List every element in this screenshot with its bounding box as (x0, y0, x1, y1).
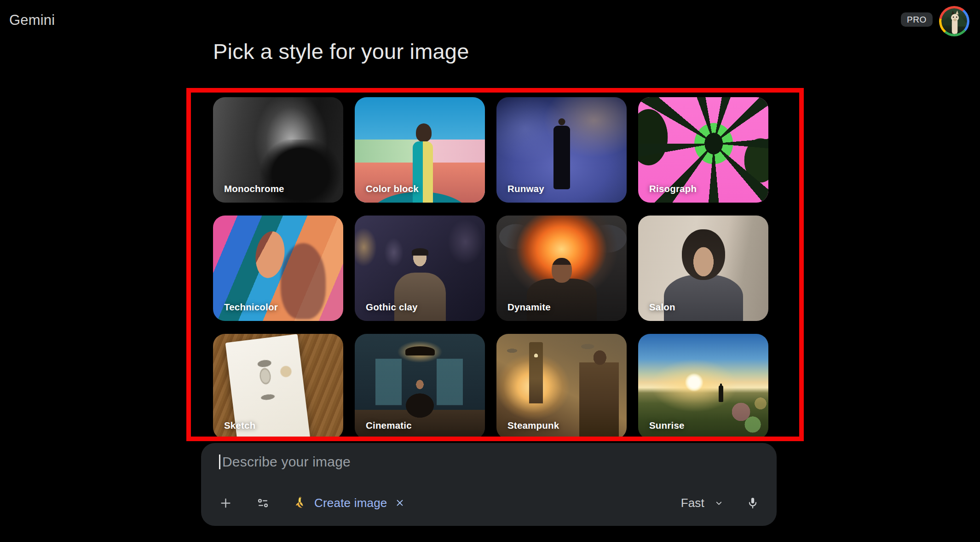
gemini-app: Gemini PRO Pick a st (0, 0, 980, 542)
dismiss-create-image-button[interactable] (395, 498, 404, 507)
style-card-risograph[interactable]: Risograph (638, 97, 768, 203)
style-card-monochrome[interactable]: Monochrome (213, 97, 343, 203)
style-card-label: Steampunk (507, 420, 559, 431)
mic-button[interactable] (746, 496, 759, 509)
speed-selector-value: Fast (681, 496, 704, 510)
style-card-gothicclay[interactable]: Gothic clay (355, 216, 485, 321)
style-card-cinematic[interactable]: Cinematic (355, 334, 485, 439)
style-card-runway[interactable]: Runway (496, 97, 627, 203)
banana-icon (294, 496, 307, 510)
add-button[interactable] (219, 497, 232, 509)
tune-icon (257, 497, 269, 509)
close-icon (395, 498, 404, 507)
create-image-chip[interactable]: Create image (294, 496, 404, 510)
gemini-logo[interactable]: Gemini (9, 12, 55, 29)
style-card-label: Technicolor (224, 302, 278, 313)
pro-badge: PRO (901, 12, 933, 27)
style-card-label: Color block (366, 183, 419, 194)
tools-button[interactable] (257, 497, 269, 509)
style-card-salon[interactable]: Salon (638, 216, 768, 321)
style-card-label: Dynamite (507, 302, 551, 313)
style-card-sunrise[interactable]: Sunrise (638, 334, 768, 439)
account-avatar[interactable] (939, 6, 969, 36)
chevron-down-icon (715, 499, 723, 507)
page-title: Pick a style for your image (213, 39, 469, 64)
text-caret (219, 455, 220, 469)
style-card-colorblock[interactable]: Color block (355, 97, 485, 203)
llama-avatar-image (941, 8, 967, 34)
composer-toolbar: Create image Fast (201, 494, 777, 512)
prompt-input[interactable]: Describe your image (222, 454, 351, 470)
style-card-label: Monochrome (224, 183, 284, 194)
style-card-steampunk[interactable]: Steampunk (496, 334, 627, 439)
speed-selector[interactable]: Fast (681, 496, 723, 510)
style-card-technicolor[interactable]: Technicolor (213, 216, 343, 321)
create-image-label: Create image (314, 496, 387, 510)
style-card-label: Sketch (224, 420, 255, 431)
style-card-label: Cinematic (366, 420, 412, 431)
style-card-label: Salon (649, 302, 675, 313)
style-card-label: Sunrise (649, 420, 685, 431)
composer-right-controls: Fast (681, 496, 759, 510)
style-card-label: Risograph (649, 183, 697, 194)
style-grid: Monochrome Color block Runway Risograph … (213, 97, 768, 439)
plus-icon (219, 497, 232, 509)
mic-icon (746, 496, 759, 509)
style-card-dynamite[interactable]: Dynamite (496, 216, 627, 321)
style-card-label: Gothic clay (366, 302, 418, 313)
style-card-sketch[interactable]: Sketch (213, 334, 343, 439)
prompt-composer: Describe your image (201, 443, 777, 526)
style-card-label: Runway (507, 183, 544, 194)
